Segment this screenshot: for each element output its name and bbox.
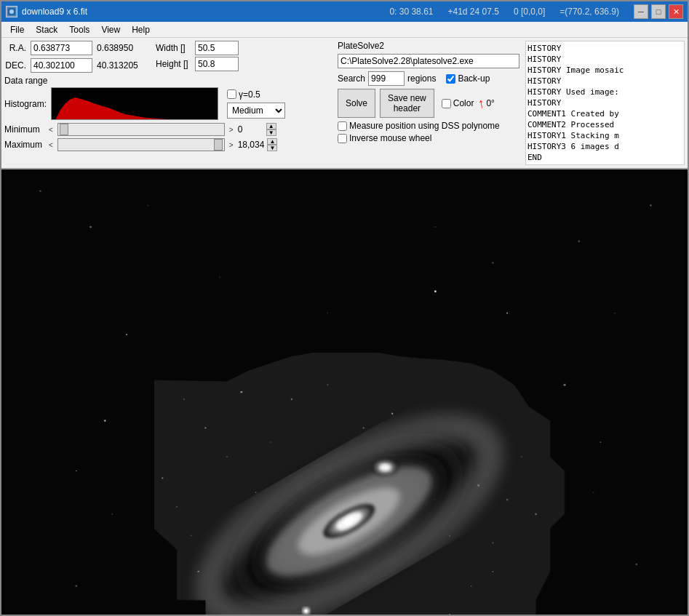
galaxy-svg (1, 169, 688, 615)
history-line: END (527, 152, 682, 163)
svg-point-35 (363, 427, 365, 428)
inverse-checkbox[interactable] (338, 134, 347, 143)
min-arrow-left[interactable]: < (47, 126, 55, 134)
height-label: Height [] (156, 59, 192, 69)
svg-point-24 (183, 399, 185, 400)
menu-view[interactable]: View (95, 23, 126, 36)
history-line: COMMENT2 Processed (527, 119, 682, 130)
min-spin-up[interactable]: ▲ (266, 123, 276, 129)
menu-help[interactable]: Help (126, 23, 156, 36)
history-line: HISTORY (527, 76, 682, 87)
save-header-button[interactable]: Save new header (380, 89, 434, 118)
svg-point-60 (176, 506, 178, 508)
ra-dec-section: R.A. 0.638950 DEC. 40.313205 Width [] (4, 41, 332, 73)
status-coords: +41d 24 07.5 (447, 7, 498, 17)
maximize-button[interactable]: □ (651, 4, 666, 19)
gamma-label: γ=0.5 (239, 89, 260, 100)
minimize-button[interactable]: ─ (634, 4, 648, 19)
close-button[interactable]: ✕ (669, 4, 683, 19)
max-arrow-left[interactable]: < (47, 141, 55, 149)
backup-checkbox[interactable] (446, 74, 455, 84)
width-input[interactable] (195, 41, 239, 55)
width-label: Width [] (156, 43, 192, 53)
history-line: HISTORY Image mosaic (527, 65, 682, 76)
svg-point-46 (521, 456, 522, 457)
datarange-section: Data range Histogram: (4, 76, 332, 120)
color-label: Color (442, 98, 474, 108)
menu-tools[interactable]: Tools (63, 23, 95, 36)
history-line: HISTORY Used image: (527, 87, 682, 97)
height-input[interactable] (195, 57, 239, 71)
svg-point-37 (391, 413, 393, 415)
color-checkbox[interactable] (442, 99, 451, 108)
search-input[interactable] (368, 71, 405, 86)
status-time: 0: 30 38.61 (389, 7, 433, 17)
ra-input[interactable] (31, 41, 92, 55)
svg-point-47 (535, 513, 537, 515)
star (76, 471, 77, 472)
measure-text: Measure position using DSS polynome (349, 121, 500, 131)
history-panel: HISTORYHISTORYHISTORY Image mosaicHISTOR… (525, 41, 685, 165)
svg-point-8 (89, 226, 91, 228)
controls-area: R.A. 0.638950 DEC. 40.313205 Width [] (1, 38, 688, 169)
max-arrow-right[interactable]: > (228, 141, 235, 149)
star (600, 441, 602, 443)
svg-point-74 (305, 609, 308, 612)
max-slider-thumb[interactable] (214, 139, 223, 151)
max-row: Maximum < > 18,034 ▲ ▼ (4, 138, 332, 151)
dec-row: DEC. 40.313205 (4, 58, 144, 73)
min-slider-track[interactable] (57, 123, 225, 136)
menu-file[interactable]: File (4, 23, 30, 36)
measure-checkbox[interactable] (338, 121, 347, 131)
svg-point-72 (379, 464, 391, 471)
options-col: Color (442, 98, 474, 108)
svg-point-61 (191, 535, 191, 536)
inverse-label: Inverse mouse wheel (338, 133, 519, 143)
svg-point-1 (9, 9, 14, 14)
svg-point-12 (650, 204, 651, 206)
dec-label: DEC. (4, 60, 26, 71)
star (564, 384, 565, 385)
platesolve-path-input[interactable] (338, 54, 519, 68)
menu-stack[interactable]: Stack (30, 23, 63, 36)
color-text: Color (453, 98, 474, 108)
history-line: HISTORY (527, 43, 682, 54)
svg-point-17 (111, 513, 113, 515)
image-area (1, 169, 688, 615)
svg-point-57 (471, 585, 471, 586)
arrow-indicator: ↑ 0° (478, 96, 494, 111)
app-icon (6, 6, 17, 17)
platesolve-label: PlateSolve2 (338, 41, 519, 51)
inverse-text: Inverse mouse wheel (349, 133, 431, 143)
degree-value: 0° (486, 98, 494, 108)
left-panel: R.A. 0.638950 DEC. 40.313205 Width [] (4, 41, 332, 165)
max-spin-down[interactable]: ▼ (267, 145, 277, 151)
min-spinner[interactable]: ▲ ▼ (266, 123, 276, 136)
max-slider-track[interactable] (57, 138, 225, 151)
dec-input[interactable] (31, 58, 92, 73)
svg-point-25 (205, 427, 207, 428)
max-spin-up[interactable]: ▲ (267, 138, 277, 145)
max-spinner[interactable]: ▲ ▼ (267, 138, 277, 151)
minmax-section: Minimum < > 0 ▲ ▼ Maximum < (4, 123, 332, 151)
min-label: Minimum (4, 124, 44, 135)
solve-button[interactable]: Solve (338, 89, 375, 118)
svg-point-15 (636, 564, 637, 565)
min-slider-thumb[interactable] (60, 124, 68, 135)
star (434, 290, 437, 292)
history-line: HISTORY (527, 97, 682, 108)
svg-point-10 (578, 241, 580, 242)
min-spin-down[interactable]: ▼ (266, 129, 276, 136)
width-row: Width [] (156, 41, 239, 55)
gamma-checkbox-label: γ=0.5 (227, 89, 285, 100)
svg-point-16 (76, 585, 77, 586)
min-row: Minimum < > 0 ▲ ▼ (4, 123, 332, 136)
svg-point-58 (493, 571, 494, 572)
min-arrow-right[interactable]: > (228, 126, 235, 134)
history-line: COMMENT1 Created by (527, 108, 682, 119)
medium-dropdown[interactable]: Low Medium High (227, 103, 285, 119)
search-label: Search (338, 73, 365, 84)
gamma-checkbox[interactable] (227, 89, 236, 99)
svg-point-44 (493, 543, 494, 544)
window-controls: ─ □ ✕ (634, 4, 683, 19)
